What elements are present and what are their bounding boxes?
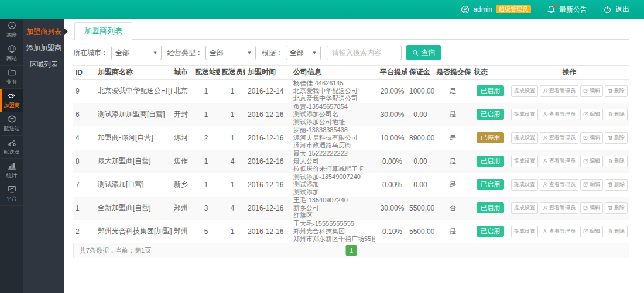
company-info-line: 测试添加 [293, 181, 375, 188]
commission-settings-button[interactable]: 提成设置 [511, 109, 538, 120]
city-select[interactable]: 全部 ▼ [111, 46, 162, 60]
user-menu[interactable]: admin 超级管理员 [453, 0, 539, 19]
sidebar-item-courier[interactable]: 配送员 [0, 136, 23, 159]
cell-courier-count: 1 [220, 173, 245, 197]
view-admin-button[interactable]: 查看管理员 [540, 85, 578, 97]
commission-settings-button[interactable]: 提成设置 [511, 226, 538, 237]
cell-company-info: 负责-13545657854测试添加公司名测试添加公司地址 [291, 103, 378, 126]
search-button[interactable]: 查询 [406, 45, 441, 60]
sidebar-item-label: 平台 [6, 195, 17, 203]
submenu-panel: 加盟商列表添加加盟商区域列表 [23, 19, 64, 293]
delete-button[interactable]: 删除 [605, 132, 628, 144]
cell-station-count: 1 [193, 150, 220, 173]
cell-city: 郑州 [172, 197, 193, 220]
cell-join-date: 2016-12-16 [245, 150, 291, 173]
submenu-item-add-franchisee[interactable]: 添加加盟商 [23, 40, 64, 56]
sidebar-item-dispatch[interactable]: 调度 [0, 19, 23, 42]
cell-deposit: 0.00 [407, 103, 434, 126]
cell-franchisee-name: 测试添加[自营] [95, 173, 172, 197]
edit-button[interactable]: 编辑 [580, 179, 603, 191]
delete-button[interactable]: 删除 [605, 226, 628, 237]
edit-button[interactable]: 编辑 [580, 202, 603, 214]
action-button-label: 提成设置 [514, 204, 535, 212]
company-info-line: 北京爱我中华配送公司 [293, 95, 375, 102]
delete-button[interactable]: 删除 [605, 85, 628, 97]
view-admin-button[interactable]: 查看管理员 [540, 179, 578, 191]
sidebar-item-station[interactable]: 配送站 [0, 112, 23, 136]
edit-button[interactable]: 编辑 [580, 132, 603, 144]
submenu-item-region-list[interactable]: 区域列表 [23, 56, 64, 73]
trash-icon [608, 158, 613, 164]
cell-courier-count: 4 [220, 197, 245, 220]
cell-actions: 提成设置 查看管理员 编辑 删除 [509, 126, 629, 150]
sidebar-item-label: 调度 [6, 32, 17, 39]
table-row: 4 加盟商-漯河[自营] 漯河 2 1 2016-12-16 罗丽-138383… [73, 126, 629, 150]
edit-button[interactable]: 编辑 [580, 226, 603, 237]
topbar: admin 超级管理员 最新公告 退出 [0, 0, 644, 19]
action-button-label: 查看管理员 [549, 134, 576, 142]
sidebar-item-stats[interactable]: 统计 [0, 159, 23, 182]
column-header: 状态 [471, 66, 509, 80]
sidebar-icon-rail: 调度 网站 业务 加盟商 配送站 配送员 统计 平台 [0, 19, 23, 293]
commission-settings-button[interactable]: 提成设置 [511, 85, 538, 97]
view-admin-button[interactable]: 查看管理员 [540, 156, 578, 167]
business-type-select[interactable]: 全部 ▼ [205, 46, 256, 60]
commission-settings-button[interactable]: 提成设置 [511, 132, 538, 144]
announcements-label: 最新公告 [559, 5, 587, 15]
action-button-label: 提成设置 [514, 181, 535, 188]
tab-franchisee-list[interactable]: 加盟商列表 [74, 22, 132, 40]
pagination-page-1[interactable]: 1 [346, 245, 357, 256]
delete-button[interactable]: 删除 [605, 109, 628, 120]
cell-deposit-paid: 是 [434, 173, 471, 197]
cell-id: 8 [73, 150, 95, 173]
filter-bar: 所在城市： 全部 ▼ 经营类型： 全部 ▼ 根据： 全部 ▼ 查询 [64, 40, 644, 65]
view-admin-button[interactable]: 查看管理员 [540, 226, 578, 237]
sidebar-item-platform[interactable]: 平台 [0, 182, 23, 206]
edit-button[interactable]: 编辑 [580, 156, 603, 167]
status-badge: 已启用 [477, 109, 504, 120]
trash-icon [608, 229, 613, 234]
trash-icon [608, 205, 613, 211]
table-row: 2 郑州光合科技集团[加盟] 郑州 5 1 2016-12-16 王大毛-155… [73, 220, 629, 243]
business-type-select-value: 全部 [210, 48, 224, 58]
action-button-label: 删除 [614, 157, 625, 165]
status-badge: 已启用 [477, 156, 504, 167]
cell-deposit: 1000.00 [407, 80, 434, 103]
commission-settings-button[interactable]: 提成设置 [511, 202, 538, 214]
commission-settings-button[interactable]: 提成设置 [511, 179, 538, 191]
view-admin-button[interactable]: 查看管理员 [540, 202, 578, 214]
logout-button[interactable]: 退出 [595, 0, 637, 19]
cell-franchisee-name: 全新加盟商[自营] [95, 197, 172, 220]
city-filter-label: 所在城市： [73, 48, 108, 58]
user-icon [543, 158, 548, 164]
action-button-label: 编辑 [590, 181, 600, 188]
company-info-line: 北京爱我中华配送公司 [293, 87, 375, 95]
submenu-item-franchisee-list[interactable]: 加盟商列表 [23, 23, 64, 40]
company-info-line: 新乡公司 [293, 204, 375, 212]
delete-button[interactable]: 删除 [605, 202, 628, 214]
status-badge: 已停用 [477, 132, 504, 143]
cell-actions: 提成设置 查看管理员 编辑 删除 [509, 173, 629, 197]
commission-settings-button[interactable]: 提成设置 [511, 156, 538, 167]
announcements-button[interactable]: 最新公告 [539, 0, 595, 19]
action-buttons: 提成设置 查看管理员 编辑 删除 [512, 132, 627, 144]
cell-commission-rate: 20.00% [378, 80, 407, 103]
cell-status: 已启用 [471, 173, 509, 197]
action-buttons: 提成设置 查看管理员 编辑 删除 [512, 85, 627, 97]
edit-button[interactable]: 编辑 [580, 85, 603, 97]
search-by-select[interactable]: 全部 ▼ [286, 46, 321, 60]
cell-deposit: 0.00 [407, 173, 434, 197]
sidebar-item-franchisee[interactable]: 加盟商 [0, 89, 23, 112]
edit-button[interactable]: 编辑 [580, 109, 603, 120]
cell-station-count: 3 [193, 197, 220, 220]
delete-button[interactable]: 删除 [605, 156, 628, 167]
sidebar-item-business[interactable]: 业务 [0, 66, 23, 89]
sidebar-item-website[interactable]: 网站 [0, 42, 23, 66]
cell-deposit: 5500.00 [407, 220, 434, 243]
delete-button[interactable]: 删除 [605, 179, 628, 191]
view-admin-button[interactable]: 查看管理员 [540, 132, 578, 144]
action-button-label: 查看管理员 [549, 87, 576, 95]
search-input[interactable] [327, 46, 402, 60]
view-admin-button[interactable]: 查看管理员 [540, 109, 578, 120]
notification-dot [554, 4, 557, 7]
